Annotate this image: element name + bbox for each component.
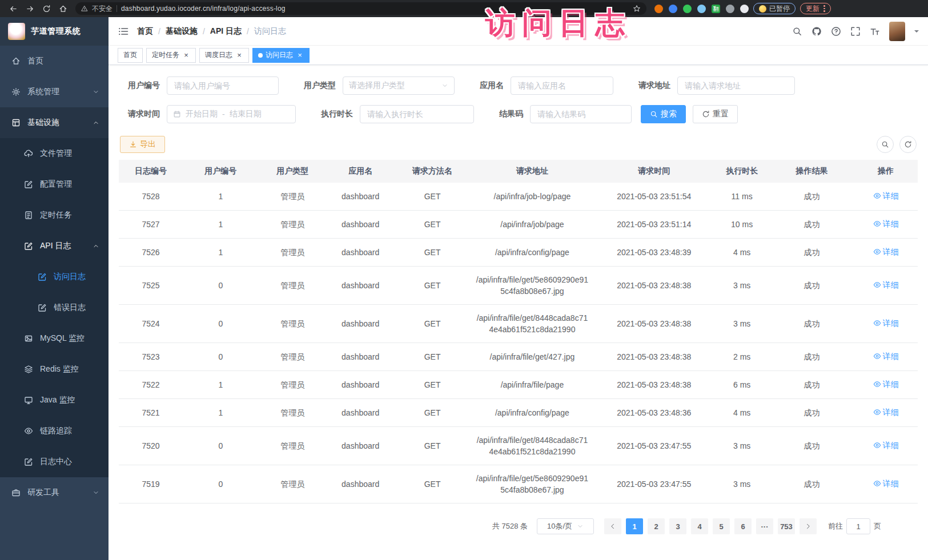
github-icon[interactable] <box>812 26 822 37</box>
sidebar-item-log-center[interactable]: 日志中心 <box>0 446 109 477</box>
result-cell: 成功 <box>770 343 854 371</box>
table-toolbar: 导出 <box>109 134 928 160</box>
next-page-button[interactable] <box>800 518 817 534</box>
home-icon[interactable] <box>59 5 67 13</box>
detail-link[interactable]: 详细 <box>873 440 899 451</box>
fullscreen-icon[interactable] <box>850 26 861 37</box>
tab-调度日志[interactable]: 调度日志× <box>199 48 249 63</box>
user-id-input[interactable] <box>167 76 279 95</box>
refresh-table-button[interactable] <box>899 136 917 153</box>
translate-extension-icon[interactable]: 翻 <box>712 5 720 13</box>
close-icon[interactable]: × <box>182 51 190 59</box>
page-button-3[interactable]: 3 <box>669 518 686 534</box>
prev-page-button[interactable] <box>604 518 621 534</box>
close-icon[interactable]: × <box>235 51 243 59</box>
breadcrumb-item[interactable]: API 日志 <box>210 26 242 37</box>
detail-link[interactable]: 详细 <box>873 378 899 390</box>
sidebar-item-java-monitor[interactable]: Java 监控 <box>0 385 109 416</box>
detail-link[interactable]: 详细 <box>873 406 899 418</box>
font-size-icon[interactable] <box>870 26 880 37</box>
toggle-search-button[interactable] <box>877 136 894 153</box>
eye-icon <box>873 352 881 360</box>
column-header: 用户编号 <box>183 160 259 183</box>
page-button-1[interactable]: 1 <box>626 518 643 534</box>
sidebar-item-system-manage[interactable]: 系统管理 <box>0 76 109 107</box>
sidebar-item-redis-monitor[interactable]: Redis 监控 <box>0 354 109 385</box>
reset-button[interactable]: 重置 <box>693 105 738 123</box>
star-icon[interactable] <box>633 5 641 13</box>
request-time-cell: 2021-05-03 23:48:39 <box>594 239 714 267</box>
hamburger-icon[interactable] <box>118 26 129 37</box>
result-cell: 成功 <box>770 305 854 343</box>
detail-link[interactable]: 详细 <box>873 317 899 329</box>
paused-badge[interactable]: 已暂停 <box>753 3 796 14</box>
back-icon[interactable] <box>9 5 18 13</box>
search-icon <box>650 110 658 118</box>
detail-link[interactable]: 详细 <box>873 218 899 229</box>
breadcrumb-item[interactable]: 首页 <box>137 26 153 37</box>
request-time-range-picker[interactable]: 开始日期 - 结束日期 <box>167 105 296 123</box>
sidebar-item-access-log[interactable]: 访问日志 <box>0 261 109 292</box>
pager-ellipsis[interactable]: ··· <box>756 518 773 534</box>
page-button-2[interactable]: 2 <box>648 518 665 534</box>
result-code-input[interactable] <box>530 105 632 123</box>
sidebar-item-mysql-monitor[interactable]: MySQL 监控 <box>0 323 109 354</box>
app-logo-row[interactable]: 芋道管理系统 <box>0 17 109 46</box>
caret-down-icon[interactable] <box>914 30 919 35</box>
sidebar-item-label: 基础设施 <box>27 118 59 128</box>
tab-访问日志[interactable]: 访问日志× <box>252 48 310 63</box>
table-row: 75250管理员dashboardGET/api/infra/file/get/… <box>119 267 918 305</box>
export-button[interactable]: 导出 <box>120 136 165 153</box>
sidebar-item-home[interactable]: 首页 <box>0 46 109 76</box>
search-icon[interactable] <box>792 26 802 37</box>
tab-定时任务[interactable]: 定时任务× <box>146 48 196 63</box>
sidebar-item-api-log[interactable]: API 日志 <box>0 231 109 261</box>
forward-icon[interactable] <box>26 5 34 13</box>
sidebar-item-dev-tools[interactable]: 研发工具 <box>0 477 109 508</box>
pagination: 共 7528 条 10条/页 123456···753 前往 页 <box>109 503 928 534</box>
user-id-cell: 1 <box>183 399 259 427</box>
update-button[interactable]: 更新 <box>800 3 831 14</box>
extension-icon[interactable] <box>654 5 663 13</box>
app-name-input[interactable] <box>511 76 613 95</box>
page-button-4[interactable]: 4 <box>691 518 708 534</box>
detail-link[interactable]: 详细 <box>873 350 899 362</box>
extension-icon[interactable] <box>669 5 677 13</box>
reload-icon[interactable] <box>42 5 51 13</box>
page-button-5[interactable]: 5 <box>713 518 730 534</box>
detail-link[interactable]: 详细 <box>873 478 899 489</box>
result-cell: 成功 <box>770 211 854 239</box>
help-icon[interactable] <box>831 26 841 37</box>
sidebar-item-error-log[interactable]: 错误日志 <box>0 292 109 323</box>
sidebar-item-scheduled-jobs[interactable]: 定时任务 <box>0 200 109 231</box>
detail-link[interactable]: 详细 <box>873 246 899 257</box>
user-type-select[interactable]: 请选择用户类型 <box>343 76 455 95</box>
user-avatar[interactable] <box>889 22 905 41</box>
browser-menu-icon[interactable] <box>823 5 825 12</box>
app-name-cell: dashboard <box>327 305 395 343</box>
page-jump-input[interactable] <box>846 518 870 534</box>
sidebar-item-file-manage[interactable]: 文件管理 <box>0 138 109 169</box>
app-name-cell: dashboard <box>327 239 395 267</box>
duration-cell: 3 ms <box>714 465 770 503</box>
detail-link[interactable]: 详细 <box>873 279 899 291</box>
sidebar-item-infrastructure[interactable]: 基础设施 <box>0 107 109 138</box>
extension-icon[interactable] <box>726 5 734 13</box>
detail-link[interactable]: 详细 <box>873 190 899 202</box>
extension-icon[interactable] <box>697 5 706 13</box>
request-url-input[interactable] <box>677 76 795 95</box>
tab-首页[interactable]: 首页 <box>118 48 143 63</box>
duration-input[interactable] <box>360 105 474 123</box>
page-size-select[interactable]: 10条/页 <box>537 518 594 534</box>
sidebar-item-trace[interactable]: 链路追踪 <box>0 416 109 446</box>
extension-icon[interactable] <box>683 5 692 13</box>
address-bar[interactable]: 不安全 dashboard.yudao.iocoder.cn/infra/log… <box>75 2 646 15</box>
page-button-753[interactable]: 753 <box>778 518 795 534</box>
sidebar-item-config-manage[interactable]: 配置管理 <box>0 169 109 200</box>
search-button[interactable]: 搜索 <box>641 105 686 123</box>
breadcrumb-item[interactable]: 基础设施 <box>166 26 198 37</box>
action-cell: 详细 <box>854 305 918 343</box>
page-button-6[interactable]: 6 <box>734 518 752 534</box>
extension-icon[interactable] <box>740 5 749 13</box>
close-icon[interactable]: × <box>296 51 304 59</box>
